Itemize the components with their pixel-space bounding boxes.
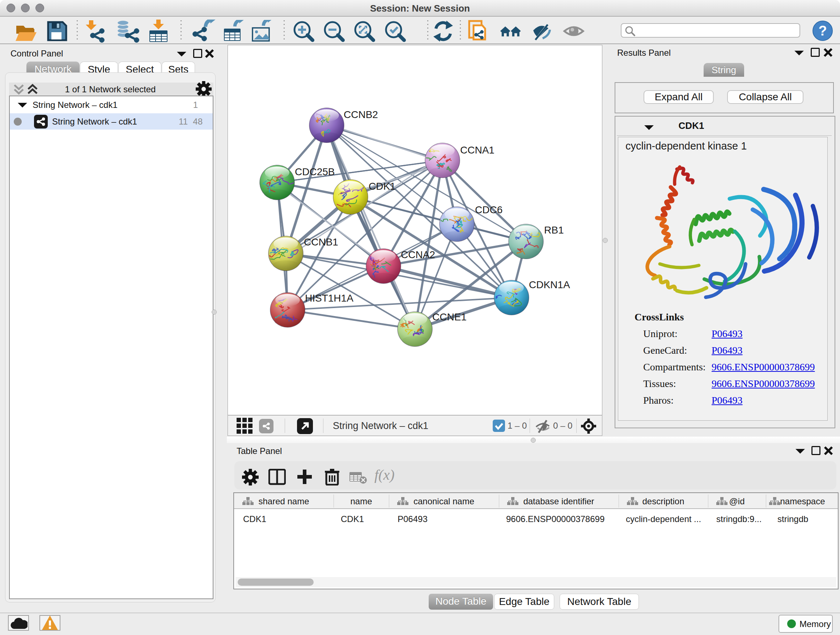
svg-text:?: ? — [818, 23, 827, 38]
svg-text:CCNB1: CCNB1 — [304, 236, 338, 248]
svg-text:CDC6: CDC6 — [475, 204, 502, 215]
svg-text:CDC25B: CDC25B — [295, 166, 335, 177]
svg-text:CCNA2: CCNA2 — [401, 249, 435, 260]
svg-text:CCNE1: CCNE1 — [432, 311, 467, 323]
svg-text:RB1: RB1 — [544, 225, 564, 236]
svg-text:HIST1H1A: HIST1H1A — [305, 293, 354, 304]
svg-text:CCNA1: CCNA1 — [460, 144, 494, 156]
svg-text:CDKN1A: CDKN1A — [529, 279, 570, 290]
svg-text:CDK1: CDK1 — [369, 181, 396, 192]
svg-text:CCNB2: CCNB2 — [344, 109, 378, 120]
